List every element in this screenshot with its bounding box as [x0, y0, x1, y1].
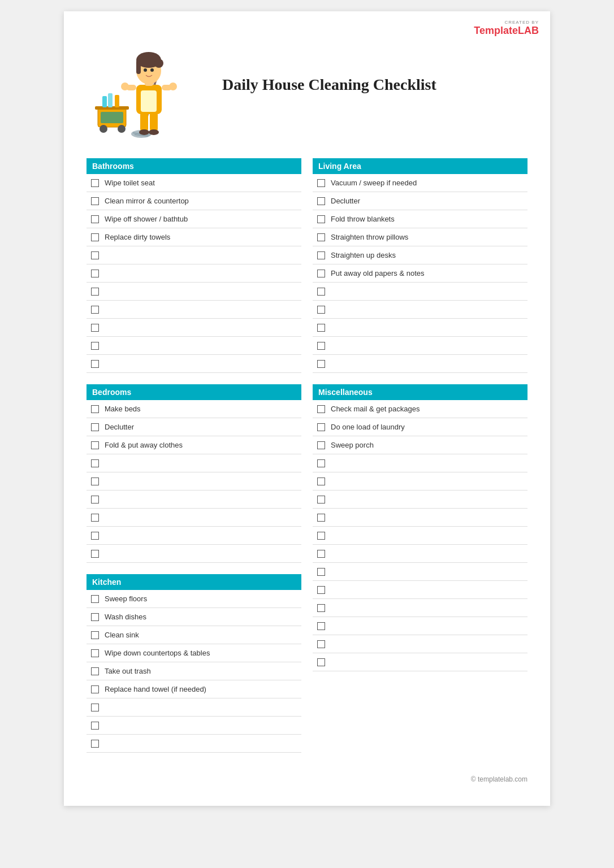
- list-item[interactable]: [313, 319, 527, 337]
- checkbox[interactable]: [317, 586, 325, 594]
- checkbox[interactable]: [317, 604, 325, 612]
- list-item[interactable]: Wipe toilet seat: [87, 174, 301, 192]
- list-item[interactable]: Straighten up desks: [313, 246, 527, 264]
- checkbox[interactable]: [91, 197, 99, 205]
- checkbox[interactable]: [91, 667, 99, 675]
- checkbox[interactable]: [91, 306, 99, 314]
- checkbox[interactable]: [91, 441, 99, 449]
- list-item[interactable]: Sweep porch: [313, 436, 527, 454]
- list-item[interactable]: [313, 563, 527, 581]
- list-item[interactable]: Replace hand towel (if needed): [87, 680, 301, 698]
- checkbox[interactable]: [317, 622, 325, 630]
- checkbox[interactable]: [91, 324, 99, 332]
- checkbox[interactable]: [91, 342, 99, 350]
- list-item[interactable]: Make beds: [87, 400, 301, 418]
- list-item[interactable]: [87, 472, 301, 491]
- list-item[interactable]: Declutter: [313, 192, 527, 210]
- checkbox[interactable]: [91, 613, 99, 621]
- checkbox[interactable]: [91, 459, 99, 467]
- list-item[interactable]: Vacuum / sweep if needed: [313, 174, 527, 192]
- checkbox[interactable]: [317, 342, 325, 350]
- checkbox[interactable]: [91, 478, 99, 485]
- list-item[interactable]: Sweep floors: [87, 590, 301, 608]
- list-item[interactable]: [87, 509, 301, 527]
- list-item[interactable]: Wipe down countertops & tables: [87, 644, 301, 662]
- list-item[interactable]: [313, 653, 527, 671]
- checkbox[interactable]: [317, 640, 325, 648]
- checkbox[interactable]: [317, 532, 325, 540]
- list-item[interactable]: [87, 301, 301, 319]
- checkbox[interactable]: [317, 423, 325, 431]
- checkbox[interactable]: [91, 496, 99, 504]
- checkbox[interactable]: [317, 215, 325, 223]
- list-item[interactable]: Check mail & get packages: [313, 400, 527, 418]
- list-item[interactable]: [87, 264, 301, 283]
- list-item[interactable]: [87, 319, 301, 337]
- checkbox[interactable]: [91, 251, 99, 259]
- checkbox[interactable]: [317, 496, 325, 504]
- list-item[interactable]: [313, 599, 527, 617]
- list-item[interactable]: [313, 454, 527, 472]
- checkbox[interactable]: [91, 514, 99, 522]
- list-item[interactable]: [313, 283, 527, 301]
- checkbox[interactable]: [317, 324, 325, 332]
- list-item[interactable]: [87, 698, 301, 717]
- list-item[interactable]: [87, 735, 301, 753]
- checkbox[interactable]: [91, 405, 99, 413]
- list-item[interactable]: [87, 246, 301, 264]
- list-item[interactable]: Fold throw blankets: [313, 210, 527, 228]
- list-item[interactable]: Put away old papers & notes: [313, 264, 527, 283]
- checkbox[interactable]: [91, 270, 99, 277]
- list-item[interactable]: Wipe off shower / bathtub: [87, 210, 301, 228]
- list-item[interactable]: [313, 617, 527, 635]
- list-item[interactable]: Clean mirror & countertop: [87, 192, 301, 210]
- list-item[interactable]: [87, 337, 301, 355]
- checkbox[interactable]: [317, 514, 325, 522]
- list-item[interactable]: [313, 491, 527, 509]
- list-item[interactable]: [313, 472, 527, 491]
- checkbox[interactable]: [91, 722, 99, 730]
- list-item[interactable]: [87, 717, 301, 735]
- checkbox[interactable]: [91, 685, 99, 693]
- checkbox[interactable]: [317, 179, 325, 187]
- checkbox[interactable]: [91, 233, 99, 241]
- list-item[interactable]: Straighten throw pillows: [313, 228, 527, 246]
- checkbox[interactable]: [91, 215, 99, 223]
- checkbox[interactable]: [91, 532, 99, 540]
- list-item[interactable]: Declutter: [87, 418, 301, 436]
- list-item[interactable]: [313, 527, 527, 545]
- list-item[interactable]: [87, 491, 301, 509]
- checkbox[interactable]: [317, 233, 325, 241]
- list-item[interactable]: Replace dirty towels: [87, 228, 301, 246]
- checkbox[interactable]: [91, 179, 99, 187]
- checkbox[interactable]: [91, 360, 99, 368]
- checkbox[interactable]: [317, 306, 325, 314]
- checkbox[interactable]: [91, 631, 99, 639]
- checkbox[interactable]: [91, 550, 99, 558]
- checkbox[interactable]: [91, 704, 99, 711]
- list-item[interactable]: [87, 545, 301, 563]
- checkbox[interactable]: [317, 288, 325, 296]
- list-item[interactable]: [313, 355, 527, 373]
- list-item[interactable]: [313, 301, 527, 319]
- list-item[interactable]: [313, 581, 527, 599]
- checkbox[interactable]: [91, 595, 99, 603]
- checkbox[interactable]: [317, 441, 325, 449]
- checkbox[interactable]: [91, 288, 99, 296]
- list-item[interactable]: [313, 545, 527, 563]
- checkbox[interactable]: [317, 270, 325, 277]
- checkbox[interactable]: [317, 478, 325, 485]
- checkbox[interactable]: [317, 550, 325, 558]
- checkbox[interactable]: [317, 197, 325, 205]
- list-item[interactable]: [87, 454, 301, 472]
- list-item[interactable]: Clean sink: [87, 626, 301, 644]
- list-item[interactable]: [313, 635, 527, 653]
- list-item[interactable]: [87, 527, 301, 545]
- list-item[interactable]: Take out trash: [87, 662, 301, 680]
- checkbox[interactable]: [91, 649, 99, 657]
- checkbox[interactable]: [91, 740, 99, 748]
- checkbox[interactable]: [91, 423, 99, 431]
- checkbox[interactable]: [317, 658, 325, 666]
- list-item[interactable]: [313, 337, 527, 355]
- list-item[interactable]: [313, 509, 527, 527]
